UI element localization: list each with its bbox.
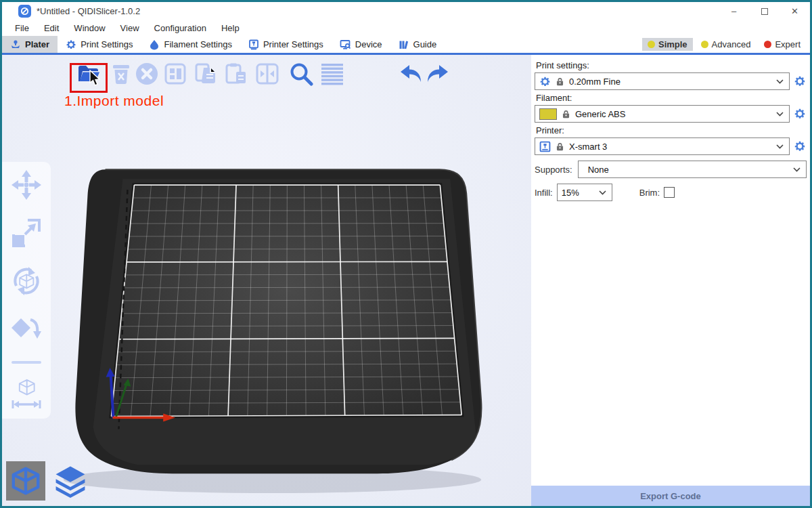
filament-value: Generic ABS [575,109,771,119]
menu-window[interactable]: Window [66,23,112,33]
variable-layer-button[interactable] [320,62,344,86]
redo-arrow-icon [426,64,449,83]
print-settings-gear-button[interactable] [793,75,807,88]
supports-label: Supports: [535,165,572,175]
paste-icon [225,62,248,85]
place-on-face-icon [10,313,43,345]
supports-value: None [583,165,788,175]
tab-label: Print Settings [81,39,133,49]
sliced-preview-icon [53,464,87,498]
scale-icon [10,217,43,249]
measure-button[interactable] [10,377,43,412]
delete-all-button[interactable] [135,62,159,86]
undo-arrow-icon [399,64,422,83]
tab-label: Printer Settings [263,39,323,49]
brim-checkbox[interactable] [664,187,675,198]
tab-guide[interactable]: Guide [390,36,445,53]
chevron-down-icon [599,190,606,195]
preview-view-button[interactable] [51,461,90,501]
device-monitor-icon [340,39,351,50]
chevron-down-icon [793,167,800,172]
move-button[interactable] [10,169,43,203]
arrange-button[interactable] [163,62,187,86]
split-button[interactable] [255,62,279,86]
tab-device[interactable]: Device [332,36,390,53]
scale-button[interactable] [10,217,43,251]
undo-button[interactable] [399,62,423,86]
print-settings-select[interactable]: 0.20mm Fine [535,72,790,90]
maximize-icon [761,8,768,15]
tab-print-settings[interactable]: Print Settings [58,36,141,53]
gear-icon [539,76,551,87]
menu-file[interactable]: File [7,23,37,33]
simple-mode-dot-icon [648,41,655,48]
lock-icon [562,110,570,119]
chevron-down-icon [776,79,784,84]
menu-help[interactable]: Help [214,23,247,33]
print-bed [2,55,531,506]
mode-advanced[interactable]: Advanced [696,38,757,51]
infill-label: Infill: [535,188,553,198]
delete-button[interactable] [109,62,133,86]
tab-plater[interactable]: Plater [2,36,58,53]
export-gcode-button[interactable]: Export G-code [531,486,810,506]
infill-select[interactable]: 15% [557,184,612,201]
printer-label: Printer: [536,125,807,135]
search-icon [289,62,313,86]
menu-view[interactable]: View [113,23,147,33]
tab-printer-settings[interactable]: Printer Settings [240,36,332,53]
mode-label: Simple [658,39,687,49]
print-settings-value: 0.20mm Fine [569,77,771,87]
filament-gear-button[interactable] [793,107,807,121]
settings-sidebar: Print settings: 0.20mm Fine Filament: Ge… [531,55,810,506]
menu-configuration[interactable]: Configuration [147,23,214,33]
copy-icon [194,62,219,85]
lock-icon [556,142,564,151]
filament-select[interactable]: Generic ABS [535,105,790,123]
gear-icon [794,140,806,152]
rotate-button[interactable] [10,265,43,299]
filament-color-swatch [539,108,557,120]
printer-gear-button[interactable] [793,140,807,153]
place-on-face-button[interactable] [10,313,43,347]
guide-books-icon [399,39,409,50]
gizmo-toolbar [2,162,51,419]
mode-label: Advanced [712,39,751,49]
redo-button[interactable] [426,62,450,86]
layers-list-icon [320,62,344,85]
minimize-button[interactable]: – [719,2,749,20]
main-area: 1.Import model [2,55,810,506]
editor-3d-view-button[interactable] [6,461,45,501]
mode-expert[interactable]: Expert [759,38,806,51]
app-logo-icon [18,5,31,18]
close-button[interactable]: ✕ [780,2,810,20]
measure-icon [10,377,43,410]
tab-filament-settings[interactable]: Filament Settings [141,36,240,53]
3d-viewport[interactable]: 1.Import model [2,55,531,506]
chevron-down-icon [776,112,784,117]
filament-icon [149,39,160,50]
title-bar: *Untitled - QIDISlicer-1.0.2 – ✕ [2,2,810,20]
maximize-button[interactable] [749,2,780,20]
search-button[interactable] [289,62,313,86]
import-annotation: 1.Import model [64,93,164,109]
supports-select[interactable]: None [578,161,807,178]
plater-icon [10,39,21,50]
paste-button[interactable] [224,62,248,86]
brim-label: Brim: [639,188,660,198]
mode-label: Expert [775,39,800,49]
menu-bar: File Edit Window View Configuration Help [2,20,810,36]
mode-switcher: Simple Advanced Expert [642,36,810,53]
gear-icon [66,39,76,50]
tab-label: Device [355,39,382,49]
copy-button[interactable] [194,62,219,86]
mode-simple[interactable]: Simple [642,38,693,51]
arrange-grid-icon [164,63,186,85]
move-icon [10,169,43,201]
trash-icon [112,64,131,84]
tab-label: Guide [413,39,437,49]
print-settings-label: Print settings: [536,60,807,70]
menu-edit[interactable]: Edit [37,23,66,33]
gear-icon [794,108,806,120]
printer-select[interactable]: X-smart 3 [535,137,790,155]
